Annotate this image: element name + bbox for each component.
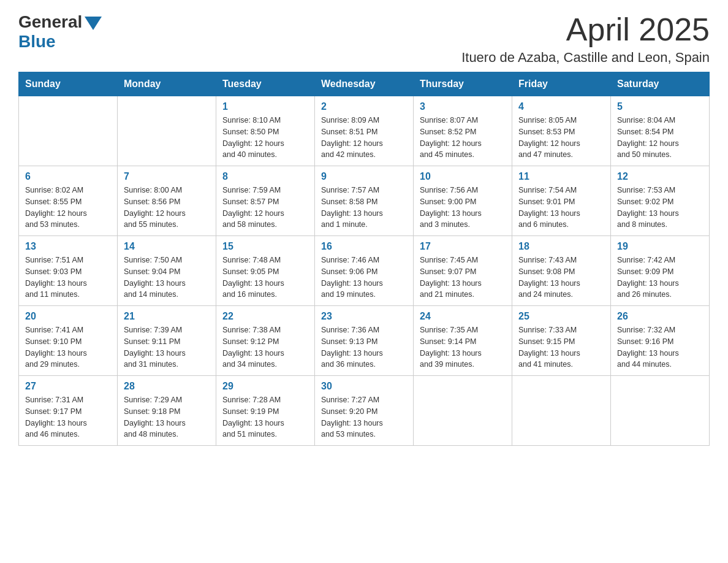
day-number: 26 [617,311,703,322]
day-number: 24 [420,311,506,322]
day-info: Sunrise: 7:45 AMSunset: 9:07 PMDaylight:… [420,255,506,301]
calendar-cell: 15Sunrise: 7:48 AMSunset: 9:05 PMDayligh… [216,236,315,306]
calendar-cell: 5Sunrise: 8:04 AMSunset: 8:54 PMDaylight… [611,96,710,166]
day-number: 4 [518,101,604,112]
calendar-cell: 8Sunrise: 7:59 AMSunset: 8:57 PMDaylight… [216,166,315,236]
day-info: Sunrise: 7:57 AMSunset: 8:58 PMDaylight:… [321,185,407,231]
calendar-cell: 28Sunrise: 7:29 AMSunset: 9:18 PMDayligh… [118,376,216,446]
week-row-2: 6Sunrise: 8:02 AMSunset: 8:55 PMDaylight… [19,166,710,236]
day-number: 9 [321,171,407,182]
day-info: Sunrise: 8:10 AMSunset: 8:50 PMDaylight:… [222,115,308,161]
day-number: 7 [124,171,210,182]
calendar-cell: 25Sunrise: 7:33 AMSunset: 9:15 PMDayligh… [512,306,611,376]
day-number: 6 [25,171,111,182]
calendar-table: SundayMondayTuesdayWednesdayThursdayFrid… [18,72,710,446]
day-number: 3 [420,101,506,112]
day-info: Sunrise: 7:36 AMSunset: 9:13 PMDaylight:… [321,324,407,370]
calendar-cell: 26Sunrise: 7:32 AMSunset: 9:16 PMDayligh… [611,306,710,376]
day-number: 15 [222,241,308,252]
day-info: Sunrise: 7:59 AMSunset: 8:57 PMDaylight:… [222,185,308,231]
day-number: 5 [617,101,703,112]
logo: General Blue [18,12,102,52]
location-title: Ituero de Azaba, Castille and Leon, Spai… [461,50,710,66]
day-number: 10 [420,171,506,182]
day-info: Sunrise: 8:00 AMSunset: 8:56 PMDaylight:… [124,185,210,231]
day-number: 25 [518,311,604,322]
logo-blue-text: Blue [18,32,56,52]
day-number: 19 [617,241,703,252]
weekday-header-sunday: Sunday [19,72,118,96]
week-row-5: 27Sunrise: 7:31 AMSunset: 9:17 PMDayligh… [19,376,710,446]
day-info: Sunrise: 7:33 AMSunset: 9:15 PMDaylight:… [518,324,604,370]
day-info: Sunrise: 8:05 AMSunset: 8:53 PMDaylight:… [518,115,604,161]
calendar-cell: 2Sunrise: 8:09 AMSunset: 8:51 PMDaylight… [315,96,414,166]
day-info: Sunrise: 8:04 AMSunset: 8:54 PMDaylight:… [617,115,703,161]
day-number: 21 [124,311,210,322]
day-info: Sunrise: 8:02 AMSunset: 8:55 PMDaylight:… [25,185,111,231]
logo-general-text: General [18,12,82,32]
day-info: Sunrise: 7:48 AMSunset: 9:05 PMDaylight:… [222,255,308,301]
calendar-cell: 17Sunrise: 7:45 AMSunset: 9:07 PMDayligh… [414,236,512,306]
day-info: Sunrise: 7:35 AMSunset: 9:14 PMDaylight:… [420,324,506,370]
weekday-header-row: SundayMondayTuesdayWednesdayThursdayFrid… [19,72,710,96]
calendar-cell: 9Sunrise: 7:57 AMSunset: 8:58 PMDaylight… [315,166,414,236]
calendar-cell: 7Sunrise: 8:00 AMSunset: 8:56 PMDaylight… [118,166,216,236]
day-info: Sunrise: 7:54 AMSunset: 9:01 PMDaylight:… [518,185,604,231]
calendar-cell: 3Sunrise: 8:07 AMSunset: 8:52 PMDaylight… [414,96,512,166]
day-info: Sunrise: 7:28 AMSunset: 9:19 PMDaylight:… [222,394,308,440]
day-info: Sunrise: 7:29 AMSunset: 9:18 PMDaylight:… [124,394,210,440]
day-number: 2 [321,101,407,112]
calendar-cell: 10Sunrise: 7:56 AMSunset: 9:00 PMDayligh… [414,166,512,236]
day-info: Sunrise: 7:31 AMSunset: 9:17 PMDaylight:… [25,394,111,440]
day-number: 17 [420,241,506,252]
calendar-cell: 27Sunrise: 7:31 AMSunset: 9:17 PMDayligh… [19,376,118,446]
calendar-cell: 21Sunrise: 7:39 AMSunset: 9:11 PMDayligh… [118,306,216,376]
calendar-cell: 19Sunrise: 7:42 AMSunset: 9:09 PMDayligh… [611,236,710,306]
day-number: 27 [25,381,111,392]
page-header: General Blue April 2025 Ituero de Azaba,… [18,12,710,66]
logo-arrow-icon [85,17,102,30]
calendar-cell: 24Sunrise: 7:35 AMSunset: 9:14 PMDayligh… [414,306,512,376]
weekday-header-tuesday: Tuesday [216,72,315,96]
day-number: 14 [124,241,210,252]
calendar-cell: 12Sunrise: 7:53 AMSunset: 9:02 PMDayligh… [611,166,710,236]
day-number: 11 [518,171,604,182]
day-info: Sunrise: 7:27 AMSunset: 9:20 PMDaylight:… [321,394,407,440]
calendar-cell [118,96,216,166]
day-info: Sunrise: 7:46 AMSunset: 9:06 PMDaylight:… [321,255,407,301]
calendar-cell [611,376,710,446]
day-info: Sunrise: 7:51 AMSunset: 9:03 PMDaylight:… [25,255,111,301]
calendar-cell [414,376,512,446]
calendar-cell: 23Sunrise: 7:36 AMSunset: 9:13 PMDayligh… [315,306,414,376]
day-info: Sunrise: 7:43 AMSunset: 9:08 PMDaylight:… [518,255,604,301]
day-info: Sunrise: 7:42 AMSunset: 9:09 PMDaylight:… [617,255,703,301]
day-number: 13 [25,241,111,252]
calendar-cell [512,376,611,446]
day-info: Sunrise: 8:09 AMSunset: 8:51 PMDaylight:… [321,115,407,161]
title-area: April 2025 Ituero de Azaba, Castille and… [461,12,710,66]
day-number: 29 [222,381,308,392]
day-info: Sunrise: 7:41 AMSunset: 9:10 PMDaylight:… [25,324,111,370]
weekday-header-wednesday: Wednesday [315,72,414,96]
day-number: 12 [617,171,703,182]
calendar-cell: 4Sunrise: 8:05 AMSunset: 8:53 PMDaylight… [512,96,611,166]
calendar-cell: 13Sunrise: 7:51 AMSunset: 9:03 PMDayligh… [19,236,118,306]
day-number: 30 [321,381,407,392]
month-title: April 2025 [461,12,710,47]
week-row-1: 1Sunrise: 8:10 AMSunset: 8:50 PMDaylight… [19,96,710,166]
day-number: 20 [25,311,111,322]
weekday-header-saturday: Saturday [611,72,710,96]
calendar-cell: 1Sunrise: 8:10 AMSunset: 8:50 PMDaylight… [216,96,315,166]
calendar-cell: 22Sunrise: 7:38 AMSunset: 9:12 PMDayligh… [216,306,315,376]
day-info: Sunrise: 7:53 AMSunset: 9:02 PMDaylight:… [617,185,703,231]
day-number: 22 [222,311,308,322]
day-number: 16 [321,241,407,252]
day-info: Sunrise: 7:56 AMSunset: 9:00 PMDaylight:… [420,185,506,231]
day-info: Sunrise: 7:38 AMSunset: 9:12 PMDaylight:… [222,324,308,370]
calendar-cell: 11Sunrise: 7:54 AMSunset: 9:01 PMDayligh… [512,166,611,236]
day-info: Sunrise: 7:39 AMSunset: 9:11 PMDaylight:… [124,324,210,370]
calendar-cell [19,96,118,166]
week-row-3: 13Sunrise: 7:51 AMSunset: 9:03 PMDayligh… [19,236,710,306]
calendar-cell: 30Sunrise: 7:27 AMSunset: 9:20 PMDayligh… [315,376,414,446]
day-info: Sunrise: 8:07 AMSunset: 8:52 PMDaylight:… [420,115,506,161]
